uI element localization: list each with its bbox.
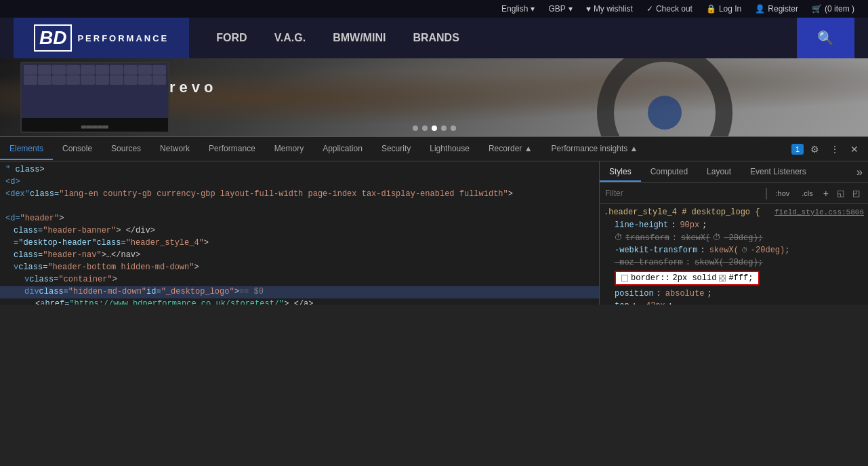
- new-rule-icon[interactable]: ◱: [834, 187, 847, 199]
- tab-memory[interactable]: Memory: [265, 138, 313, 160]
- nav-vag[interactable]: V.A.G.: [274, 18, 306, 58]
- login-link[interactable]: 🔒 Log In: [706, 4, 741, 14]
- logo-area[interactable]: BD PERFORMANCE: [14, 18, 189, 58]
- wishlist-label: My wishlist: [594, 4, 633, 14]
- currency-arrow: ▾: [569, 4, 573, 14]
- logo-text: PERFORMANCE: [77, 33, 169, 43]
- laptop-icon-2: [38, 65, 51, 75]
- dot-2[interactable]: [422, 125, 428, 131]
- laptop-device: ▃▃▃▃▃: [20, 62, 169, 133]
- style-webkit-transform: -webkit-transform: skewX(⏱-20deg);: [604, 244, 864, 256]
- tab-computed[interactable]: Computed: [641, 163, 697, 182]
- laptop-icon-18: [124, 75, 138, 85]
- laptop-icon-7: [110, 65, 123, 75]
- language-label: English: [501, 4, 528, 14]
- tab-network[interactable]: Network: [150, 138, 199, 160]
- source-reference[interactable]: field_style.css:5806: [774, 208, 864, 216]
- devtools-toolbar-right: 1 ⚙ ⋮ ✕: [791, 141, 868, 157]
- nav-bmwmini[interactable]: BMW/MINI: [333, 18, 386, 58]
- currency-selector[interactable]: GBP ▾: [548, 4, 572, 14]
- tab-performance[interactable]: Performance: [199, 138, 265, 160]
- settings-icon[interactable]: ⚙: [806, 141, 823, 157]
- laptop-icon-10: [152, 65, 166, 75]
- code-line-11[interactable]: div class="hidden-md-down" id="_desktop_…: [0, 286, 599, 298]
- revo-brand: revo: [169, 79, 848, 96]
- color-swatch-white[interactable]: [621, 275, 628, 281]
- currency-label: GBP: [548, 4, 565, 14]
- laptop-icon-12: [38, 75, 51, 85]
- style-border-highlighted: border:: 2px solid #fff;: [615, 271, 864, 286]
- tab-application[interactable]: Application: [313, 138, 372, 160]
- register-link[interactable]: 👤 Register: [755, 4, 798, 14]
- devtools-main: " class> <d> <dex" class="lang-en countr…: [0, 161, 868, 305]
- filter-input[interactable]: [605, 189, 762, 198]
- tab-lighthouse[interactable]: Lighthouse: [420, 138, 479, 160]
- carousel-dots: [413, 125, 456, 131]
- tab-security[interactable]: Security: [372, 138, 420, 160]
- tab-performance-insights[interactable]: Performance insights ▲: [542, 138, 648, 160]
- dot-1[interactable]: [413, 125, 418, 131]
- checkout-link[interactable]: ✓ Check out: [646, 4, 693, 14]
- tab-recorder[interactable]: Recorder ▲: [479, 138, 542, 160]
- color-swatch-transparent[interactable]: [719, 275, 726, 281]
- lock-icon: 🔒: [706, 4, 716, 14]
- hover-filter-btn[interactable]: :hov: [771, 187, 795, 199]
- border-value: 2px solid: [673, 273, 717, 283]
- laptop-icon-17: [110, 75, 123, 85]
- laptop-bottom: ▃▃▃▃▃: [22, 118, 168, 132]
- code-line-6: class="header-banner"> </div>: [0, 225, 599, 237]
- more-tabs-icon[interactable]: »: [851, 163, 868, 181]
- inspect-icon[interactable]: ◰: [850, 187, 863, 199]
- dot-3[interactable]: [432, 125, 437, 131]
- code-line-3: <dex" class="lang-en country-gb currency…: [0, 189, 599, 201]
- laptop-screen: [22, 63, 168, 118]
- tab-console[interactable]: Console: [53, 138, 102, 160]
- laptop-icon-16: [96, 75, 109, 85]
- tab-sources[interactable]: Sources: [102, 138, 150, 160]
- top-bar: English ▾ GBP ▾ ♥ My wishlist ✓ Check ou…: [0, 0, 868, 18]
- close-icon[interactable]: ✕: [846, 141, 863, 157]
- style-transform: ⏱ transform: skewX(⏱-20deg);: [604, 231, 864, 244]
- site-header: English ▾ GBP ▾ ♥ My wishlist ✓ Check ou…: [0, 0, 868, 58]
- register-label: Register: [768, 4, 798, 14]
- nav-ford[interactable]: FORD: [216, 18, 247, 58]
- dropdown-arrow: ▾: [531, 4, 535, 14]
- code-line-8: class="header-nav">…</nav>: [0, 250, 599, 262]
- code-line-1: " class>: [0, 164, 599, 176]
- dot-5[interactable]: [451, 125, 456, 131]
- right-panel: Styles Computed Layout Event Listeners »…: [600, 161, 868, 305]
- tab-styles[interactable]: Styles: [600, 163, 641, 182]
- cart-count: (0 item ): [825, 4, 854, 14]
- nav-brands[interactable]: BRANDS: [413, 18, 459, 58]
- login-label: Log In: [719, 4, 741, 14]
- add-style-icon[interactable]: +: [821, 187, 831, 200]
- laptop-icon-15: [81, 75, 94, 85]
- laptop-icon-14: [66, 75, 80, 85]
- search-icon[interactable]: 🔍: [797, 18, 854, 58]
- right-panel-tabs: Styles Computed Layout Event Listeners »: [600, 161, 868, 183]
- laptop-icon-4: [66, 65, 80, 75]
- styles-content: .header_style_4 # desktop_logo { field_s…: [600, 203, 868, 305]
- code-line-4: [0, 201, 599, 213]
- tab-layout[interactable]: Layout: [697, 163, 741, 182]
- tab-elements[interactable]: Elements: [0, 138, 53, 160]
- laptop-icon-5: [81, 65, 94, 75]
- person-icon: 👤: [755, 4, 765, 14]
- laptop-icon-6: [96, 65, 109, 75]
- logo-bd: BD: [34, 24, 72, 52]
- more-options-icon[interactable]: ⋮: [826, 141, 844, 157]
- dot-4[interactable]: [441, 125, 447, 131]
- laptop-icon-11: [24, 75, 37, 85]
- code-line-9: v class="header-bottom hidden-md-down">: [0, 262, 599, 274]
- cls-filter-btn[interactable]: .cls: [797, 187, 818, 199]
- nav-links: FORD V.A.G. BMW/MINI BRANDS: [216, 18, 797, 58]
- devtools-panel: Elements Console Sources Network Perform…: [0, 136, 868, 305]
- tab-event-listeners[interactable]: Event Listeners: [741, 163, 816, 182]
- checkmark-icon: ✓: [646, 4, 653, 14]
- cart-link[interactable]: 🛒 (0 item ): [812, 4, 854, 14]
- laptop-icon-1: [24, 65, 37, 75]
- code-line-5: <d="header">: [0, 213, 599, 225]
- wishlist-link[interactable]: ♥ My wishlist: [586, 4, 633, 14]
- border-property: border::: [631, 273, 670, 283]
- language-selector[interactable]: English ▾: [501, 4, 535, 14]
